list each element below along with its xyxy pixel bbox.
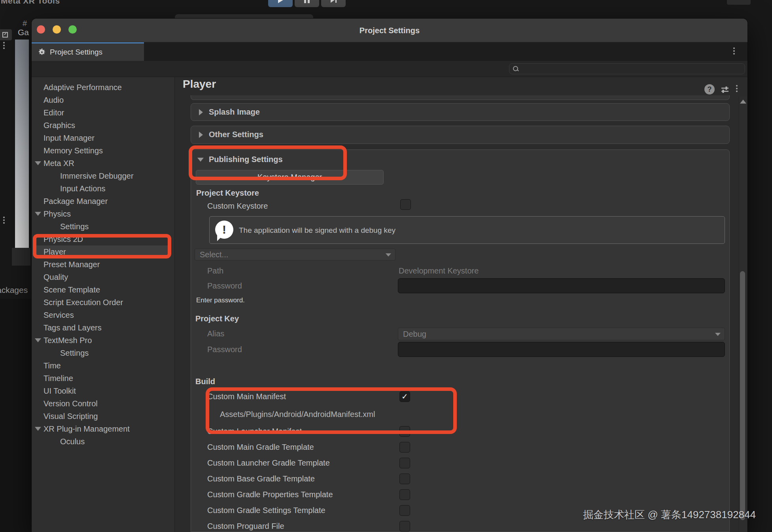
build-row-checkbox[interactable] <box>399 489 410 500</box>
sidebar-item-label: Physics <box>44 209 71 219</box>
sidebar-item-input-actions[interactable]: Input Actions <box>32 182 174 195</box>
sidebar-item-settings[interactable]: Settings <box>32 220 174 233</box>
panel-menu-icon[interactable] <box>3 42 5 49</box>
sidebar-item-version-control[interactable]: Version Control <box>32 397 174 410</box>
window-title: Project Settings <box>32 19 747 42</box>
gear-icon <box>38 48 46 56</box>
tab-strip: Project Settings <box>32 42 747 61</box>
expand-triangle-icon[interactable] <box>35 161 41 165</box>
project-key-heading: Project Key <box>195 314 239 323</box>
sidebar-item-label: Adaptive Performance <box>44 83 122 92</box>
sidebar-item-label: Settings <box>60 222 89 231</box>
section-splash-image[interactable]: Splash Image <box>191 103 730 121</box>
expand-triangle-icon[interactable] <box>35 338 41 342</box>
window-more-menu-icon[interactable] <box>733 47 735 55</box>
key-password-field[interactable] <box>398 342 725 357</box>
presets-icon[interactable] <box>720 85 730 94</box>
sidebar-item-time[interactable]: Time <box>32 359 174 372</box>
editor-play-controls <box>268 0 346 7</box>
background-app-title: Meta XR Tools <box>1 0 60 6</box>
alias-label: Alias <box>207 329 224 338</box>
panel-menu-icon-2[interactable] <box>3 217 5 224</box>
sidebar-item-input-manager[interactable]: Input Manager <box>32 132 174 144</box>
annotation-player-item <box>33 234 171 258</box>
sidebar-item-quality[interactable]: Quality <box>32 271 174 283</box>
build-row-label: Custom Launcher Gradle Template <box>207 458 330 468</box>
grid-icon: # <box>23 19 27 28</box>
sidebar-item-meta-xr[interactable]: Meta XR <box>32 157 174 170</box>
maximize-panel-button[interactable] <box>0 29 12 40</box>
expand-triangle-icon[interactable] <box>35 212 41 216</box>
build-row-checkbox[interactable] <box>399 505 410 516</box>
build-row-custom-gradle-properties-template: Custom Gradle Properties Template <box>191 487 729 503</box>
play-button[interactable] <box>268 0 293 7</box>
enter-password-hint: Enter password. <box>196 296 245 304</box>
alias-dropdown[interactable]: Debug <box>398 328 725 340</box>
sidebar-item-package-manager[interactable]: Package Manager <box>32 195 174 208</box>
settings-sidebar: Adaptive Performance Audio Editor Graphi… <box>32 77 175 532</box>
sidebar-item-label: Memory Settings <box>44 146 103 155</box>
alias-value: Debug <box>403 330 426 339</box>
sidebar-item-timeline[interactable]: Timeline <box>32 372 174 385</box>
sidebar-item-editor[interactable]: Editor <box>32 106 174 119</box>
section-other-settings[interactable]: Other Settings <box>191 126 730 144</box>
path-label: Path <box>207 266 223 275</box>
tab-project-settings[interactable]: Project Settings <box>32 42 144 61</box>
sidebar-item-preset-manager[interactable]: Preset Manager <box>32 258 174 271</box>
sidebar-item-tags-and-layers[interactable]: Tags and Layers <box>32 321 174 334</box>
background-tab-game[interactable]: Ga <box>18 28 29 37</box>
sidebar-item-audio[interactable]: Audio <box>32 94 174 106</box>
sidebar-item-visual-scripting[interactable]: Visual Scripting <box>32 410 174 423</box>
sidebar-item-label: Tags and Layers <box>44 323 102 332</box>
keystore-select-dropdown[interactable]: Select... <box>195 249 395 260</box>
build-heading: Build <box>195 377 215 386</box>
sidebar-item-adaptive-performance[interactable]: Adaptive Performance <box>32 81 174 94</box>
sidebar-item-label: Script Execution Order <box>44 298 123 307</box>
caret-down-icon <box>715 333 721 336</box>
build-row-checkbox[interactable] <box>399 442 410 453</box>
sidebar-item-immersive-debugger[interactable]: Immersive Debugger <box>32 170 174 182</box>
expand-triangle-icon[interactable] <box>35 427 41 431</box>
pause-button[interactable] <box>295 0 319 7</box>
build-row-custom-base-gradle-template: Custom Base Gradle Template <box>191 471 729 487</box>
build-row-checkbox[interactable] <box>399 458 410 468</box>
sidebar-item-label: Oculus <box>60 437 85 446</box>
scrollbar-thumb[interactable] <box>740 271 745 520</box>
scrollbar-up-arrow-icon[interactable] <box>740 100 746 104</box>
step-button[interactable] <box>321 0 346 7</box>
sidebar-item-oculus[interactable]: Oculus <box>32 435 174 448</box>
sidebar-item-script-execution-order[interactable]: Script Execution Order <box>32 296 174 309</box>
build-row-label: Custom Base Gradle Template <box>207 474 315 483</box>
sidebar-item-memory-settings[interactable]: Memory Settings <box>32 144 174 157</box>
sidebar-item-label: Package Manager <box>44 197 108 206</box>
custom-keystore-checkbox[interactable] <box>400 199 411 210</box>
background-toolbar-button[interactable] <box>727 0 751 5</box>
sidebar-item-settings[interactable]: Settings <box>32 347 174 359</box>
window-titlebar[interactable]: Project Settings <box>32 19 747 42</box>
help-icon[interactable]: ? <box>704 84 715 94</box>
keystore-password-field[interactable] <box>398 278 725 293</box>
settings-toolbar <box>32 61 747 77</box>
page-title: Player <box>183 78 216 91</box>
sidebar-item-label: Input Manager <box>44 134 95 143</box>
search-input[interactable] <box>509 63 745 74</box>
sidebar-item-xr-plug-in-management[interactable]: XR Plug-in Management <box>32 423 174 435</box>
sidebar-item-graphics[interactable]: Graphics <box>32 119 174 132</box>
pause-icon <box>304 0 310 3</box>
build-row-checkbox[interactable] <box>399 474 410 484</box>
sidebar-item-physics[interactable]: Physics <box>32 208 174 220</box>
build-row-checkbox[interactable] <box>399 521 410 532</box>
sidebar-item-label: Settings <box>60 349 89 358</box>
window-content: Adaptive Performance Audio Editor Graphi… <box>32 77 747 532</box>
custom-keystore-label: Custom Keystore <box>207 202 268 211</box>
sidebar-item-label: Time <box>44 361 61 370</box>
section-above-sliver <box>191 95 730 100</box>
sidebar-item-services[interactable]: Services <box>32 309 174 321</box>
sidebar-item-textmesh-pro[interactable]: TextMesh Pro <box>32 334 174 347</box>
sidebar-item-label: Graphics <box>44 121 75 130</box>
sidebar-item-ui-toolkit[interactable]: UI Toolkit <box>32 385 174 397</box>
sidebar-item-scene-template[interactable]: Scene Template <box>32 283 174 296</box>
path-value: Development Keystore <box>399 266 479 275</box>
panel-more-menu-icon[interactable] <box>736 85 738 92</box>
build-row-label: Custom Gradle Properties Template <box>207 490 333 499</box>
